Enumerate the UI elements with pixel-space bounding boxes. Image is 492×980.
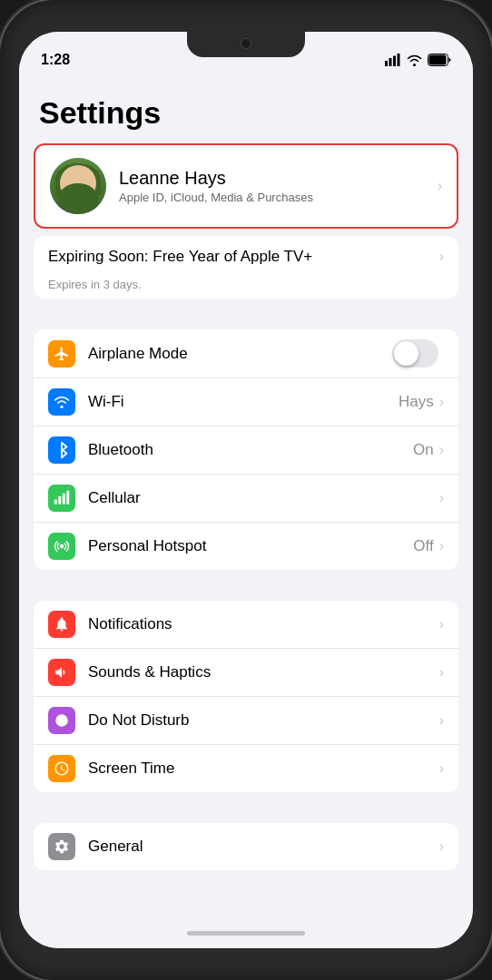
svg-rect-8 <box>63 494 65 505</box>
sounds-chevron: › <box>439 664 444 681</box>
dnd-label: Do Not Disturb <box>88 711 439 730</box>
screentime-icon <box>48 755 75 782</box>
airplane-icon <box>48 340 75 368</box>
bluetooth-row[interactable]: Bluetooth On › <box>34 426 458 474</box>
airplane-mode-row[interactable]: Airplane Mode <box>34 329 458 377</box>
general-label: General <box>88 838 439 856</box>
svg-rect-2 <box>393 56 396 67</box>
connectivity-card: Airplane Mode <box>34 329 458 570</box>
connectivity-section: Airplane Mode <box>19 329 473 570</box>
home-indicator <box>19 917 473 948</box>
notifications-icon <box>48 611 75 638</box>
bluetooth-icon <box>48 436 75 464</box>
screentime-row[interactable]: Screen Time › <box>34 744 458 792</box>
svg-rect-9 <box>66 491 69 505</box>
promo-chevron: › <box>439 249 444 265</box>
status-icons <box>385 54 451 66</box>
wifi-row[interactable]: Wi-Fi Hays › <box>34 377 458 426</box>
dnd-row[interactable]: Do Not Disturb › <box>34 696 458 744</box>
notifications-label: Notifications <box>88 615 439 633</box>
hotspot-icon <box>48 533 75 560</box>
svg-rect-0 <box>385 61 388 66</box>
screentime-label: Screen Time <box>88 760 439 778</box>
profile-chevron: › <box>438 178 442 194</box>
settings3-card: General › <box>34 823 458 870</box>
svg-rect-6 <box>54 500 57 505</box>
bluetooth-chevron: › <box>439 442 444 458</box>
hotspot-chevron: › <box>439 538 444 554</box>
svg-rect-3 <box>398 54 400 66</box>
home-bar <box>187 931 305 936</box>
notifications-row[interactable]: Notifications › <box>34 601 458 648</box>
promo-note: Expires in 3 days. <box>34 278 458 299</box>
bluetooth-label: Bluetooth <box>88 441 413 459</box>
wifi-chevron: › <box>439 394 444 410</box>
avatar <box>50 158 106 214</box>
notch-camera <box>241 38 251 49</box>
general-icon <box>48 833 75 860</box>
sounds-row[interactable]: Sounds & Haptics › <box>34 648 458 696</box>
sounds-icon <box>48 659 75 686</box>
promo-text: Expiring Soon: Free Year of Apple TV+ <box>48 248 439 266</box>
dnd-icon <box>48 707 75 734</box>
signal-icon <box>385 54 401 66</box>
hotspot-row[interactable]: Personal Hotspot Off › <box>34 522 458 570</box>
general-chevron: › <box>439 838 444 855</box>
general-row[interactable]: General › <box>34 823 458 870</box>
screentime-chevron: › <box>439 760 444 777</box>
profile-name: Leanne Hays <box>119 166 425 190</box>
toggle-thumb <box>394 341 418 366</box>
profile-subtitle: Apple ID, iCloud, Media & Purchases <box>119 190 425 206</box>
svg-rect-1 <box>389 58 392 66</box>
settings2-section: Notifications › Sounds & Haptics › <box>19 601 473 792</box>
sounds-label: Sounds & Haptics <box>88 663 439 681</box>
profile-info: Leanne Hays Apple ID, iCloud, Media & Pu… <box>119 166 425 206</box>
status-bar: 1:28 <box>19 32 473 77</box>
notifications-chevron: › <box>439 616 444 632</box>
hotspot-label: Personal Hotspot <box>88 537 413 555</box>
svg-rect-7 <box>58 496 61 505</box>
main-content: Settings Leanne Hays Apple ID, iCloud, M… <box>19 77 473 917</box>
wifi-label: Wi-Fi <box>88 393 399 411</box>
cellular-chevron: › <box>439 490 444 506</box>
svg-rect-5 <box>429 55 447 65</box>
cellular-label: Cellular <box>88 489 434 507</box>
profile-row[interactable]: Leanne Hays Apple ID, iCloud, Media & Pu… <box>35 145 457 227</box>
page-title: Settings <box>19 77 473 143</box>
promo-row[interactable]: Expiring Soon: Free Year of Apple TV+ › <box>34 236 458 278</box>
airplane-mode-label: Airplane Mode <box>88 345 392 363</box>
cellular-row[interactable]: Cellular › <box>34 474 458 522</box>
airplane-mode-toggle[interactable] <box>392 339 438 368</box>
phone-frame: 1:28 <box>0 0 492 980</box>
hotspot-value: Off <box>413 537 433 555</box>
settings2-card: Notifications › Sounds & Haptics › <box>34 601 458 792</box>
settings3-section: General › <box>19 823 473 870</box>
status-time: 1:28 <box>41 52 70 68</box>
bluetooth-value: On <box>413 441 434 459</box>
screen: 1:28 <box>19 32 473 948</box>
notch <box>187 32 305 57</box>
svg-point-10 <box>60 544 64 549</box>
wifi-icon <box>407 54 422 66</box>
wifi-setting-icon <box>48 388 75 416</box>
battery-icon <box>428 54 451 66</box>
wifi-value: Hays <box>399 393 434 411</box>
dnd-chevron: › <box>439 712 444 729</box>
profile-section: Leanne Hays Apple ID, iCloud, Media & Pu… <box>34 143 458 229</box>
cellular-icon <box>48 485 75 512</box>
promo-section: Expiring Soon: Free Year of Apple TV+ › … <box>34 236 458 299</box>
